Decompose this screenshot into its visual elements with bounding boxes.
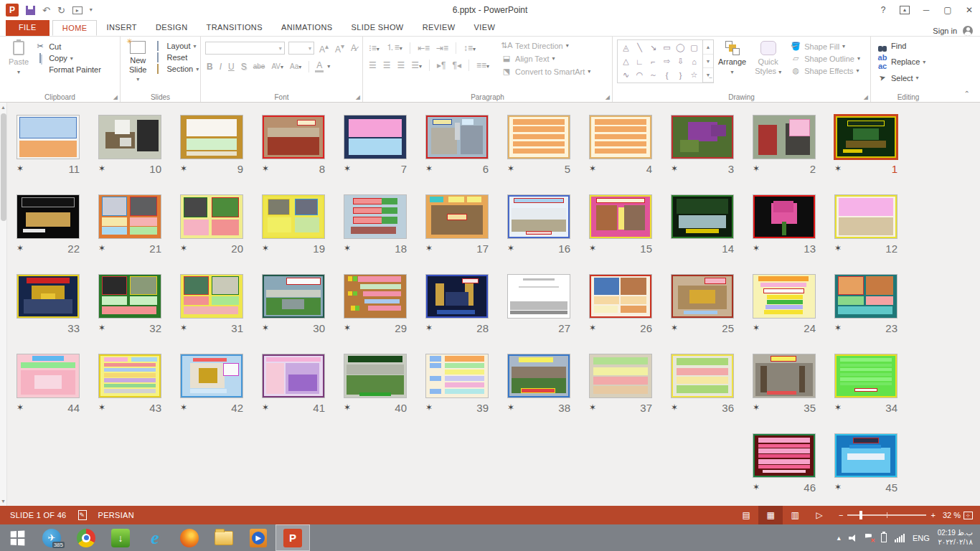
save-icon[interactable] xyxy=(26,6,35,15)
animation-star-icon[interactable]: ✶ xyxy=(671,402,681,413)
shape-glyph-15[interactable]: { xyxy=(666,71,669,80)
animation-star-icon[interactable]: ✶ xyxy=(834,482,844,492)
slide-thumbnail-24[interactable] xyxy=(753,274,816,319)
scrollbar-thumb[interactable] xyxy=(1,113,6,221)
animation-star-icon[interactable]: ✶ xyxy=(425,323,435,333)
animation-star-icon[interactable]: ✶ xyxy=(17,402,27,413)
taskbar-app-ie[interactable]: e xyxy=(138,524,172,551)
clipboard-dialog-launcher[interactable]: ◢ xyxy=(113,94,118,100)
justify-button[interactable]: ☰▾ xyxy=(410,60,423,70)
slide-thumbnail-42[interactable] xyxy=(180,354,243,398)
volume-icon[interactable] xyxy=(849,534,857,542)
clock[interactable]: ب.ظ 02:19 ۲۰۲۲/۰۲/۱۸ xyxy=(938,529,973,547)
font-color-button[interactable]: A xyxy=(315,60,324,72)
shape-outline-button[interactable]: ▱Shape Outline▾ xyxy=(790,54,860,63)
slide-thumbnail-35[interactable] xyxy=(753,354,816,398)
animation-star-icon[interactable]: ✶ xyxy=(262,323,272,333)
slide-thumbnail-16[interactable] xyxy=(507,194,570,239)
animation-star-icon[interactable]: ✶ xyxy=(425,164,435,174)
animation-star-icon[interactable]: ✶ xyxy=(753,482,763,492)
tab-view[interactable]: VIEW xyxy=(464,20,504,36)
taskbar-app-explorer[interactable] xyxy=(207,524,241,551)
animation-star-icon[interactable]: ✶ xyxy=(753,402,763,413)
shape-glyph-8[interactable]: ⌐ xyxy=(651,57,655,66)
slide-thumbnail-20[interactable] xyxy=(180,194,243,239)
shape-glyph-1[interactable]: ╲ xyxy=(637,43,642,52)
italic-button[interactable]: I xyxy=(218,62,223,72)
slide-thumbnail-29[interactable] xyxy=(344,274,407,319)
slide-thumbnail-32[interactable] xyxy=(98,274,161,319)
customize-qat-icon[interactable]: ▾ xyxy=(90,7,93,13)
animation-star-icon[interactable]: ✶ xyxy=(98,243,108,253)
copy-button[interactable]: Copy▾ xyxy=(34,54,101,62)
start-from-beginning-icon[interactable]: ▸ xyxy=(72,6,83,14)
slide-thumbnail-26[interactable] xyxy=(589,274,652,319)
rtl-direction-button[interactable]: ¶◂ xyxy=(451,60,463,70)
zoom-slider-thumb[interactable] xyxy=(859,511,862,519)
animation-star-icon[interactable]: ✶ xyxy=(589,323,599,333)
slide-thumbnail-33[interactable] xyxy=(17,274,80,319)
align-right-button[interactable]: ☰ xyxy=(396,60,407,70)
shapes-gallery[interactable]: ◬╲↘▭◯▢△∟⌐⇨⇩⌂∿◠～{}☆ ▲▼▼̲ xyxy=(617,39,714,83)
find-button[interactable]: Find xyxy=(877,42,925,50)
animation-star-icon[interactable]: ✶ xyxy=(589,243,599,253)
help-button[interactable]: ? xyxy=(872,0,894,20)
animation-star-icon[interactable]: ✶ xyxy=(180,243,190,253)
slide-thumbnail-40[interactable] xyxy=(344,354,407,398)
vertical-scrollbar[interactable]: ▲ ▼ xyxy=(0,103,7,506)
animation-star-icon[interactable]: ✶ xyxy=(507,164,517,174)
shape-glyph-12[interactable]: ∿ xyxy=(623,70,629,80)
animation-star-icon[interactable]: ✶ xyxy=(753,243,763,253)
shape-glyph-9[interactable]: ⇨ xyxy=(664,57,670,66)
animation-star-icon[interactable]: ✶ xyxy=(834,164,844,174)
align-text-button[interactable]: ⬓Align Text▾ xyxy=(501,54,590,63)
columns-button[interactable]: ≡≡▾ xyxy=(475,60,491,70)
line-spacing-button[interactable]: ↕≡▾ xyxy=(462,43,477,53)
reset-button[interactable]: Reset xyxy=(152,53,199,62)
slide-thumbnail-2[interactable] xyxy=(753,115,816,159)
slide-thumbnail-37[interactable] xyxy=(589,354,652,398)
slide-thumbnail-30[interactable] xyxy=(262,274,325,319)
slide-thumbnail-22[interactable] xyxy=(17,194,80,239)
tab-home[interactable]: HOME xyxy=(52,20,98,36)
proofing-icon[interactable]: ✎ xyxy=(78,510,87,520)
animation-star-icon[interactable]: ✶ xyxy=(834,323,844,333)
animation-star-icon[interactable]: ✶ xyxy=(344,243,354,253)
shape-glyph-4[interactable]: ◯ xyxy=(676,43,684,52)
animation-star-icon[interactable]: ✶ xyxy=(180,402,190,413)
shape-glyph-3[interactable]: ▭ xyxy=(663,43,670,52)
ltr-direction-button[interactable]: ▸¶ xyxy=(435,60,447,70)
slide-thumbnail-5[interactable] xyxy=(507,115,570,159)
animation-star-icon[interactable]: ✶ xyxy=(834,243,844,253)
network-signal-icon[interactable] xyxy=(895,534,905,542)
shape-glyph-7[interactable]: ∟ xyxy=(636,57,644,66)
slide-thumbnail-8[interactable] xyxy=(262,115,325,159)
animation-star-icon[interactable]: ✶ xyxy=(344,323,354,333)
font-size-combo[interactable]: ▾ xyxy=(288,42,314,55)
animation-star-icon[interactable]: ✶ xyxy=(17,164,27,174)
tab-file[interactable]: FILE xyxy=(6,20,50,36)
arrange-button[interactable]: Arrange▾ xyxy=(714,39,750,77)
animation-star-icon[interactable]: ✶ xyxy=(262,164,272,174)
animation-star-icon[interactable]: ✶ xyxy=(344,402,354,413)
bullets-button[interactable]: ⁝≡▾ xyxy=(367,43,381,53)
text-direction-button[interactable]: ⇅AText Direction▾ xyxy=(501,41,590,50)
shape-glyph-16[interactable]: } xyxy=(679,71,682,80)
select-button[interactable]: ➤Select▾ xyxy=(877,73,925,83)
show-hidden-icons-button[interactable]: ▴ xyxy=(837,534,841,542)
slide-thumbnail-38[interactable] xyxy=(507,354,570,398)
animation-star-icon[interactable]: ✶ xyxy=(834,402,844,413)
slide-thumbnail-14[interactable] xyxy=(671,194,734,239)
zoom-percentage[interactable]: 32 % xyxy=(943,511,961,519)
font-name-combo[interactable]: ▾ xyxy=(205,42,285,55)
power-icon[interactable] xyxy=(881,533,887,542)
sign-in-link[interactable]: Sign in xyxy=(933,27,957,35)
format-painter-button[interactable]: Format Painter xyxy=(34,65,101,74)
animation-star-icon[interactable]: ✶ xyxy=(671,323,681,333)
animation-star-icon[interactable]: ✶ xyxy=(425,402,435,413)
shape-glyph-17[interactable]: ☆ xyxy=(691,70,698,80)
shape-glyph-11[interactable]: ⌂ xyxy=(692,57,697,66)
animation-star-icon[interactable]: ✶ xyxy=(98,164,108,174)
slide-thumbnail-25[interactable] xyxy=(671,274,734,319)
align-left-button[interactable]: ☰ xyxy=(367,60,378,70)
